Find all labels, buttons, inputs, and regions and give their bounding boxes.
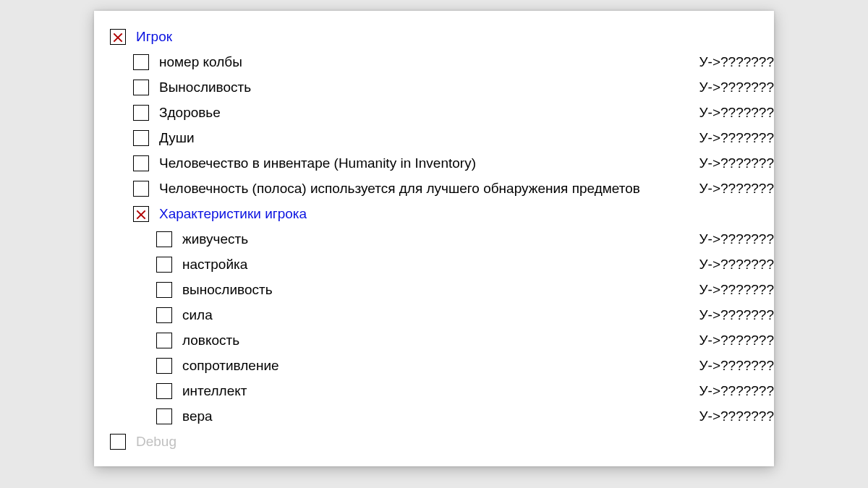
group-player-stats-label: Характеристики игрока [159,206,307,222]
checkbox-stamina[interactable] [133,80,149,95]
item-faith: вера У->??????? [156,403,774,429]
checkbox-debug[interactable] [110,434,126,450]
item-endurance-value: У->??????? [699,282,774,298]
item-intelligence-value: У->??????? [699,383,774,399]
item-souls-value: У->??????? [699,130,774,146]
checkbox-resistance[interactable] [156,358,172,374]
item-vitality-label: живучесть [182,231,699,247]
group-player-label: Игрок [136,29,172,45]
checkbox-vitality[interactable] [156,231,172,247]
item-strength: сила У->??????? [156,302,774,328]
checkbox-humanity-bar[interactable] [133,181,149,197]
item-resistance: сопротивление У->??????? [156,353,774,378]
item-souls-label: Души [159,130,699,146]
item-stamina-label: Выносливость [159,80,699,95]
item-stamina-value: У->??????? [699,80,774,95]
item-humanity-inventory-label: Человечество в инвентаре (Humanity in In… [159,155,699,171]
item-health-value: У->??????? [699,105,774,121]
item-flask-number-label: номер колбы [159,54,699,70]
checkbox-player-stats[interactable] [133,206,149,222]
group-debug-label: Debug [136,434,176,450]
item-health-label: Здоровье [159,105,699,121]
item-intelligence-label: интеллект [182,383,699,399]
item-attunement-label: настройка [182,257,699,273]
item-attunement-value: У->??????? [699,257,774,273]
cheat-tree-panel: Игрок номер колбы У->??????? Выносливост… [94,11,774,466]
item-humanity-inventory: Человечество в инвентаре (Humanity in In… [133,150,774,176]
checkbox-faith[interactable] [156,408,172,424]
checkbox-health[interactable] [133,105,149,121]
checkbox-attunement[interactable] [156,257,172,273]
item-strength-label: сила [182,307,699,323]
checkbox-player[interactable] [110,29,126,45]
checkbox-souls[interactable] [133,130,149,146]
checkbox-endurance[interactable] [156,282,172,298]
item-resistance-label: сопротивление [182,358,699,374]
item-flask-number-value: У->??????? [699,54,774,70]
item-souls: Души У->??????? [133,125,774,150]
item-health: Здоровье У->??????? [133,100,774,125]
checkbox-strength[interactable] [156,307,172,323]
item-faith-value: У->??????? [699,408,774,424]
item-intelligence: интеллект У->??????? [156,378,774,403]
checkbox-dexterity[interactable] [156,333,172,348]
item-strength-value: У->??????? [699,307,774,323]
checkbox-intelligence[interactable] [156,383,172,399]
item-humanity-bar-value: У->??????? [699,181,774,197]
item-vitality-value: У->??????? [699,231,774,247]
item-flask-number: номер колбы У->??????? [133,49,774,74]
item-attunement: настройка У->??????? [156,252,774,277]
item-humanity-bar: Человечность (полоса) используется для л… [133,176,774,201]
item-dexterity: ловкость У->??????? [156,328,774,353]
item-faith-label: вера [182,408,699,424]
item-humanity-inventory-value: У->??????? [699,155,774,171]
item-dexterity-value: У->??????? [699,333,774,348]
item-endurance-label: выносливость [182,282,699,298]
item-endurance: выносливость У->??????? [156,277,774,302]
item-humanity-bar-label: Человечность (полоса) используется для л… [159,181,699,197]
item-dexterity-label: ловкость [182,333,699,348]
item-stamina: Выносливость У->??????? [133,74,774,100]
group-player-stats: Характеристики игрока [133,201,774,226]
item-vitality: живучесть У->??????? [156,226,774,252]
group-debug: Debug [110,429,774,454]
checkbox-humanity-inventory[interactable] [133,155,149,171]
item-resistance-value: У->??????? [699,358,774,374]
checkbox-flask-number[interactable] [133,54,149,70]
group-player: Игрок [110,24,774,49]
